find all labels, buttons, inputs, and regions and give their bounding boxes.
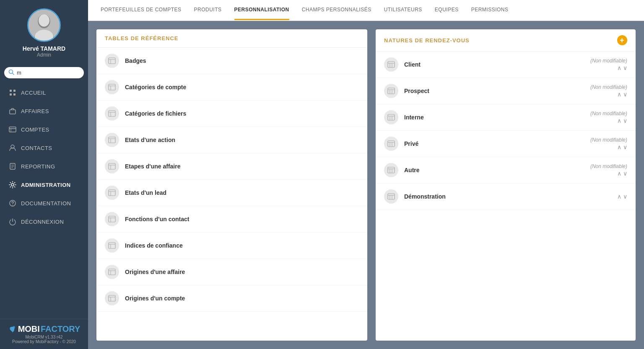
- sidebar-item-accueil[interactable]: ACCUEIL: [0, 83, 88, 102]
- list-item[interactable]: Origines d'une affaire: [96, 259, 367, 285]
- table-icon: [105, 159, 119, 173]
- sidebar-item-reporting[interactable]: REPORTING: [0, 157, 88, 176]
- logo: MOBIFACTORY MobiCRM v1.33 r42Powered by …: [8, 324, 80, 344]
- search-box[interactable]: m: [4, 67, 84, 78]
- arrow-down-button[interactable]: ∨: [623, 117, 627, 124]
- svg-line-6: [13, 73, 14, 75]
- list-item[interactable]: Catégories de compte: [96, 74, 367, 101]
- top-nav-produits[interactable]: PRODUITS: [194, 0, 222, 20]
- top-nav: PORTEFEUILLES DE COMPTES PRODUITS PERSON…: [88, 0, 644, 21]
- list-item[interactable]: Client (Non modifiable) ∧ ∨: [376, 52, 636, 78]
- natures-rdv-header: NATURES DE RENDEZ-VOUS +: [376, 29, 636, 52]
- briefcase-icon: [8, 107, 17, 115]
- main-content: PORTEFEUILLES DE COMPTES PRODUITS PERSON…: [88, 0, 644, 349]
- svg-rect-44: [109, 243, 115, 248]
- svg-rect-41: [109, 216, 115, 222]
- sidebar-item-affaires[interactable]: AFFAIRES: [0, 102, 88, 120]
- arrow-down-button[interactable]: ∨: [623, 193, 627, 200]
- arrow-down-button[interactable]: ∨: [623, 91, 627, 98]
- arrow-down-button[interactable]: ∨: [623, 170, 627, 177]
- non-modifiable-label: (Non modifiable): [590, 84, 627, 90]
- svg-rect-9: [10, 93, 12, 96]
- svg-rect-29: [109, 111, 115, 116]
- tables-reference-header: TABLES DE RÉFÉRENCE: [96, 29, 367, 48]
- svg-rect-23: [109, 58, 115, 64]
- power-icon: [8, 217, 17, 226]
- list-item[interactable]: Interne (Non modifiable) ∧ ∨: [376, 104, 636, 131]
- person-icon: [8, 144, 17, 152]
- svg-point-3: [39, 14, 49, 27]
- logo-mobi-text: MOBI: [18, 324, 40, 334]
- arrow-up-button[interactable]: ∧: [617, 170, 621, 177]
- list-item[interactable]: Privé (Non modifiable) ∧ ∨: [376, 131, 636, 157]
- table-icon: [105, 291, 119, 305]
- nature-item-label: Autre: [404, 167, 584, 173]
- top-nav-champs[interactable]: CHAMPS PERSONNALISÉS: [302, 0, 371, 20]
- list-item[interactable]: Catégories de fichiers: [96, 101, 367, 127]
- list-item[interactable]: Etapes d'une affaire: [96, 153, 367, 180]
- nature-icon: [384, 137, 398, 151]
- table-icon: [105, 212, 119, 226]
- list-item[interactable]: Badges: [96, 48, 367, 74]
- svg-rect-8: [13, 90, 16, 92]
- sidebar-item-contacts[interactable]: CONTACTS: [0, 139, 88, 157]
- non-modifiable-label: (Non modifiable): [590, 111, 627, 116]
- top-nav-personnalisation[interactable]: PERSONNALISATION: [234, 0, 289, 20]
- list-item[interactable]: Autre (Non modifiable) ∧ ∨: [376, 157, 636, 184]
- non-modifiable-label: (Non modifiable): [590, 58, 627, 64]
- logo-factory-text: FACTORY: [41, 324, 80, 334]
- sidebar-item-documentation[interactable]: DOCUMENTATION: [0, 194, 88, 212]
- arrow-up-button[interactable]: ∧: [617, 65, 621, 71]
- table-icon: [105, 186, 119, 200]
- svg-rect-26: [109, 84, 115, 90]
- order-arrows: ∧ ∨: [617, 65, 627, 71]
- sidebar-item-label-accueil: ACCUEIL: [21, 90, 46, 96]
- svg-point-22: [12, 205, 13, 206]
- top-nav-portefeuilles[interactable]: PORTEFEUILLES DE COMPTES: [101, 0, 182, 20]
- table-item-label: Indices de confiance: [125, 242, 359, 249]
- sidebar-item-label-administration: ADMINISTRATION: [21, 182, 71, 188]
- comptes-icon: [8, 125, 17, 134]
- svg-rect-57: [388, 88, 395, 94]
- svg-rect-61: [388, 114, 395, 120]
- svg-rect-47: [109, 269, 115, 275]
- user-role: Admin: [37, 52, 51, 58]
- list-item[interactable]: Origines d'un compte: [96, 285, 367, 312]
- search-input[interactable]: m: [17, 70, 80, 76]
- list-item[interactable]: Indices de confiance: [96, 233, 367, 259]
- sidebar-item-deconnexion[interactable]: DÉCONNEXION: [0, 212, 88, 231]
- sidebar-item-comptes[interactable]: COMPTES: [0, 120, 88, 139]
- arrow-up-button[interactable]: ∧: [617, 193, 621, 200]
- arrow-up-button[interactable]: ∧: [617, 117, 621, 124]
- nature-icon: [384, 163, 398, 177]
- avatar: [27, 8, 61, 42]
- arrow-down-button[interactable]: ∨: [623, 65, 627, 71]
- table-item-label: Badges: [125, 57, 359, 64]
- list-item[interactable]: Démonstration ∧ ∨: [376, 184, 636, 210]
- nature-item-controls: (Non modifiable) ∧ ∨: [590, 84, 627, 98]
- top-nav-utilisateurs[interactable]: UTILISATEURS: [384, 0, 422, 20]
- svg-rect-65: [388, 141, 395, 147]
- svg-rect-35: [109, 163, 115, 169]
- natures-rdv-card: NATURES DE RENDEZ-VOUS + Client (Non mod…: [376, 29, 636, 341]
- table-icon: [105, 106, 119, 121]
- nature-item-label: Privé: [404, 140, 584, 147]
- tables-reference-list: Badges Catégories de compte Catégories d…: [96, 48, 367, 341]
- list-item[interactable]: Fonctions d'un contact: [96, 206, 367, 233]
- table-item-label: Etapes d'une affaire: [125, 163, 359, 170]
- nature-item-label: Prospect: [404, 88, 584, 94]
- add-nature-button[interactable]: +: [617, 35, 627, 45]
- arrow-up-button[interactable]: ∧: [617, 91, 621, 98]
- sidebar-item-administration[interactable]: ADMINISTRATION: [0, 176, 88, 194]
- svg-rect-11: [10, 110, 16, 114]
- top-nav-equipes[interactable]: EQUIPES: [435, 0, 459, 20]
- user-profile-area: Hervé TAMARD Admin: [0, 0, 88, 62]
- list-item[interactable]: Etats d'un lead: [96, 180, 367, 206]
- top-nav-permissions[interactable]: PERMISSIONS: [471, 0, 509, 20]
- list-item[interactable]: Etats d'une action: [96, 127, 367, 153]
- arrow-up-button[interactable]: ∧: [617, 144, 621, 150]
- nature-item-controls: (Non modifiable) ∧ ∨: [590, 163, 627, 177]
- list-item[interactable]: Prospect (Non modifiable) ∧ ∨: [376, 78, 636, 104]
- nature-item-controls: ∧ ∨: [617, 193, 627, 200]
- arrow-down-button[interactable]: ∨: [623, 144, 627, 150]
